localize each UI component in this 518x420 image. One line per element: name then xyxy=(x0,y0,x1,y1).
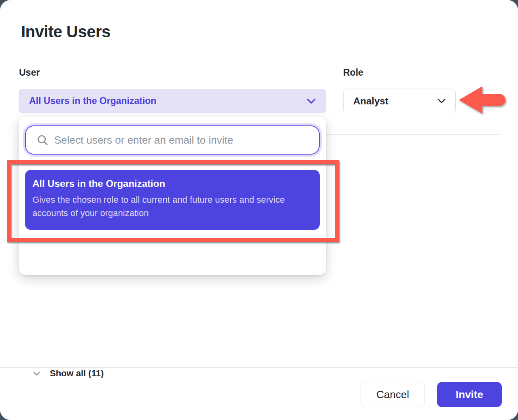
invite-button[interactable]: Invite xyxy=(437,382,502,407)
option-all-users[interactable]: All Users in the Organization Gives the … xyxy=(25,170,320,230)
invite-users-dialog: Invite Users User Role All Users in the … xyxy=(0,0,518,420)
show-all-label: Show all (11) xyxy=(50,368,104,379)
option-title: All Users in the Organization xyxy=(32,178,310,189)
chevron-down-icon xyxy=(307,98,316,104)
cancel-button[interactable]: Cancel xyxy=(361,382,425,407)
user-select-trigger[interactable]: All Users in the Organization xyxy=(19,89,326,113)
user-field-label: User xyxy=(19,67,40,78)
show-all-toggle[interactable]: Show all (11) xyxy=(19,365,326,382)
role-select-value: Analyst xyxy=(353,95,388,107)
user-search-input[interactable] xyxy=(54,134,311,146)
chevron-down-icon xyxy=(437,98,446,104)
user-dropdown-panel: All Users in the Organization Gives the … xyxy=(19,117,326,275)
user-search-box xyxy=(25,125,320,155)
page-title: Invite Users xyxy=(21,23,110,41)
role-field-label: Role xyxy=(343,67,363,78)
user-select-value: All Users in the Organization xyxy=(29,95,156,106)
annotation-arrow-left-icon xyxy=(456,83,507,119)
option-description: Gives the chosen role to all current and… xyxy=(32,193,308,220)
search-icon xyxy=(36,134,49,146)
role-select-trigger[interactable]: Analyst xyxy=(343,89,456,113)
chevron-down-icon xyxy=(33,371,40,376)
